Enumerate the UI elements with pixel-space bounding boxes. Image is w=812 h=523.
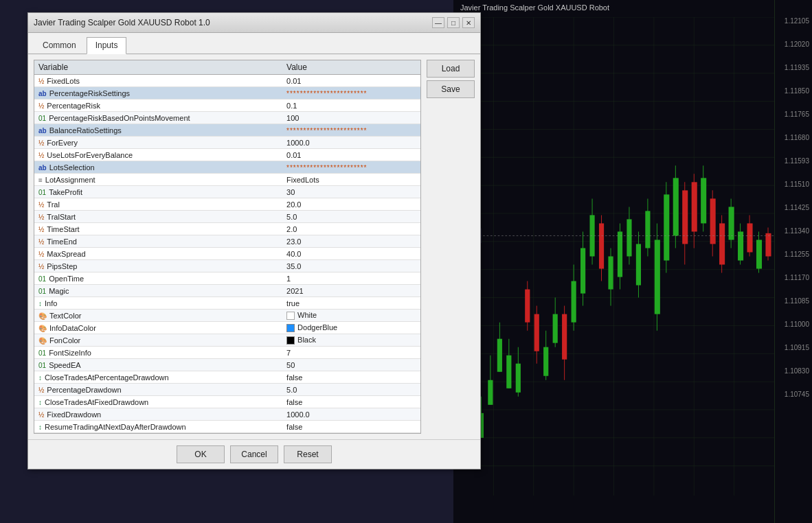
value-cell[interactable]: 2021 [282, 285, 420, 297]
value-cell: ************************ [282, 124, 420, 137]
table-row[interactable]: ≡LotAssignmentFixedLots [34, 174, 420, 186]
table-row[interactable]: 01OpenTime1 [34, 272, 420, 285]
table-row[interactable]: ↕ResumeTradingAtNextDayAfterDrawdownfals… [34, 421, 420, 433]
table-row[interactable]: 01TakeProfit30 [34, 186, 420, 198]
value-cell[interactable]: 1000.0 [282, 137, 420, 149]
table-row[interactable]: abBalanceRatioSettings******************… [34, 124, 420, 137]
value-cell[interactable]: 40.0 [282, 248, 420, 260]
row-type-icon: ab [38, 90, 47, 97]
load-button[interactable]: Load [427, 60, 475, 78]
value-cell[interactable]: 23.0 [282, 235, 420, 248]
price-label-current: 1.11593 [785, 157, 809, 165]
row-type-icon: 01 [38, 362, 46, 369]
value-cell[interactable]: false [282, 396, 420, 408]
value-cell[interactable]: 20.0 [282, 198, 420, 211]
color-swatch [286, 312, 295, 320]
value-cell[interactable]: false [282, 371, 420, 384]
table-row[interactable]: 01FontSizeInfo7 [34, 347, 420, 359]
svg-rect-75 [701, 178, 706, 223]
table-row[interactable]: ½UseLotsForEveryBalance0.01 [34, 149, 420, 161]
svg-rect-39 [534, 314, 539, 351]
table-row[interactable]: 01SpeedEA50 [34, 359, 420, 371]
tab-inputs[interactable]: Inputs [87, 37, 127, 54]
table-row[interactable]: abPercentageRiskSettings****************… [34, 87, 420, 100]
value-cell[interactable]: 5.0 [282, 384, 420, 396]
close-button[interactable]: ✕ [462, 17, 475, 28]
table-row[interactable]: ½PercentageDrawdown5.0 [34, 384, 420, 396]
variable-cell: ½TimeEnd [34, 235, 282, 248]
reset-button[interactable]: Reset [284, 445, 332, 463]
table-row[interactable]: ½Tral20.0 [34, 198, 420, 211]
table-row[interactable]: 01Magic2021 [34, 285, 420, 297]
value-cell: ************************ [282, 87, 420, 100]
table-row[interactable]: 🎨InfoDataColorDodgerBlue [34, 322, 420, 334]
variable-cell: abBalanceRatioSettings [34, 124, 282, 137]
value-cell[interactable]: 30 [282, 186, 420, 198]
value-cell[interactable]: 100 [282, 112, 420, 124]
value-cell[interactable]: false [282, 421, 420, 433]
table-row[interactable]: 01PercentageRiskBasedOnPointsMovement100 [34, 112, 420, 124]
value-cell[interactable]: 1000.0 [282, 408, 420, 421]
value-cell[interactable]: DodgerBlue [282, 322, 420, 334]
row-type-icon: 01 [38, 115, 46, 122]
table-row[interactable]: ½FixedLots0.01 [34, 75, 420, 87]
value-cell[interactable]: true [282, 297, 420, 310]
svg-rect-31 [497, 339, 502, 372]
value-cell[interactable]: 1 [282, 272, 420, 285]
value-cell[interactable]: 0.1 [282, 100, 420, 112]
dialog-window: Javier Trading Scalper Gold XAUUSD Robot… [27, 12, 481, 469]
row-type-icon: ↕ [38, 399, 42, 406]
variable-cell: 01OpenTime [34, 272, 282, 285]
row-type-icon: ab [38, 127, 47, 135]
table-row[interactable]: ½MaxSpread40.0 [34, 248, 420, 260]
params-table-container: Variable Value ½FixedLots0.01abPercentag… [34, 60, 421, 434]
table-row[interactable]: ½PipsStep35.0 [34, 260, 420, 272]
variable-cell: 🎨TextColor [34, 310, 282, 322]
dialog-body: Variable Value ½FixedLots0.01abPercentag… [28, 54, 480, 439]
save-button[interactable]: Save [427, 80, 475, 98]
row-type-icon: ½ [38, 238, 44, 246]
row-type-icon: ½ [38, 251, 44, 258]
variable-cell: 01PercentageRiskBasedOnPointsMovement [34, 112, 282, 124]
price-label: 1.11255 [785, 251, 809, 258]
table-row[interactable]: ½ForEvery1000.0 [34, 137, 420, 149]
table-row[interactable]: abLotsSelection************************ [34, 161, 420, 174]
value-cell[interactable]: FixedLots [282, 174, 420, 186]
table-row[interactable]: ½PercentageRisk0.1 [34, 100, 420, 112]
variable-cell: ≡LotAssignment [34, 174, 282, 186]
table-row[interactable]: ↕Infotrue [34, 297, 420, 310]
table-row[interactable]: ½TralStart5.0 [34, 211, 420, 223]
value-cell[interactable]: 35.0 [282, 260, 420, 272]
params-table: Variable Value ½FixedLots0.01abPercentag… [34, 60, 420, 433]
table-row[interactable]: ½TimeEnd23.0 [34, 235, 420, 248]
value-cell[interactable]: 7 [282, 347, 420, 359]
minimize-button[interactable]: — [432, 17, 444, 28]
chart-svg: 1.11593 [453, 17, 774, 496]
value-cell[interactable]: Black [282, 334, 420, 347]
titlebar-controls: — □ ✕ [432, 17, 475, 28]
table-row[interactable]: 🎨FonColorBlack [34, 334, 420, 347]
table-row[interactable]: ½TimeStart2.0 [34, 223, 420, 235]
maximize-button[interactable]: □ [447, 17, 460, 28]
value-cell[interactable]: 0.01 [282, 149, 420, 161]
value-cell[interactable]: 50 [282, 359, 420, 371]
table-row[interactable]: 🎨TextColorWhite [34, 310, 420, 322]
tab-common[interactable]: Common [34, 37, 85, 54]
value-cell[interactable]: White [282, 310, 420, 322]
table-row[interactable]: ↕CloseTradesAtPercentageDrawdownfalse [34, 371, 420, 384]
row-type-icon: ½ [38, 386, 44, 394]
svg-rect-37 [525, 290, 530, 323]
svg-rect-87 [756, 240, 762, 268]
ok-button[interactable]: OK [177, 445, 225, 463]
value-cell[interactable]: 0.01 [282, 75, 420, 87]
tab-bar: Common Inputs [28, 33, 480, 54]
value-cell[interactable]: 5.0 [282, 211, 420, 223]
table-row[interactable]: ↕CloseTradesAtFixedDrawdownfalse [34, 396, 420, 408]
cancel-button[interactable]: Cancel [230, 445, 278, 463]
value-cell[interactable]: 2.0 [282, 223, 420, 235]
variable-cell: 🎨InfoDataColor [34, 322, 282, 334]
row-type-icon: ½ [38, 139, 44, 147]
price-label: 1.11510 [785, 181, 809, 188]
row-type-icon: ½ [38, 78, 44, 85]
table-row[interactable]: ½FixedDrawdown1000.0 [34, 408, 420, 421]
